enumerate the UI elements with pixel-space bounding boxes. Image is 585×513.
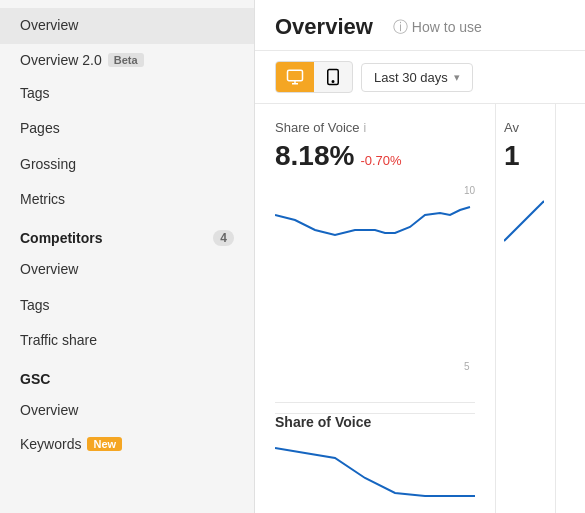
desktop-icon: [286, 68, 304, 86]
sidebar-item-comp-traffic[interactable]: Traffic share: [0, 323, 254, 359]
sparkline-svg: [275, 185, 475, 255]
how-to-use-label: How to use: [412, 19, 482, 35]
new-badge: New: [87, 437, 122, 451]
how-to-use-link[interactable]: ⓘ How to use: [393, 18, 482, 37]
date-range-label: Last 30 days: [374, 70, 448, 85]
gsc-section-header: GSC: [0, 359, 254, 393]
card1-label: Share of Voice: [275, 120, 360, 135]
svg-rect-0: [288, 70, 303, 81]
toolbar: Last 30 days ▾: [255, 51, 585, 104]
axis-bottom-label: 5: [464, 361, 475, 372]
av-card-partial: Av 1: [496, 104, 556, 513]
card2-label-row: Av: [504, 120, 547, 135]
card2-value: 1: [504, 139, 520, 173]
gsc-label: GSC: [20, 371, 50, 387]
sidebar-item-tags[interactable]: Tags: [0, 76, 254, 112]
info-icon[interactable]: i: [364, 121, 367, 135]
sidebar-item-overview2[interactable]: Overview 2.0 Beta: [0, 44, 254, 76]
mobile-button[interactable]: [314, 62, 352, 92]
sidebar-item-overview[interactable]: Overview: [0, 8, 254, 44]
mobile-icon: [324, 68, 342, 86]
card1-value-row: 8.18% -0.70%: [275, 139, 475, 173]
share-of-voice-card: Share of Voice i 8.18% -0.70% 10 5: [255, 104, 496, 513]
sidebar-item-gsc-keywords[interactable]: Keywords New: [0, 428, 254, 460]
main-header: Overview ⓘ How to use: [255, 0, 585, 51]
chart-axis-labels: 10 5: [464, 185, 475, 372]
sidebar-item-metrics[interactable]: Metrics: [0, 182, 254, 218]
axis-top-label: 10: [464, 185, 475, 196]
desktop-button[interactable]: [276, 62, 314, 92]
page-title: Overview: [275, 14, 373, 40]
card2-label: Av: [504, 120, 519, 135]
sidebar: Overview Overview 2.0 Beta Tags Pages Gr…: [0, 0, 255, 513]
card1-delta: -0.70%: [360, 153, 401, 168]
sparkline-chart: 10 5: [275, 185, 475, 392]
competitors-label: Competitors: [20, 230, 102, 246]
lower-sparkline-svg: [275, 438, 475, 498]
dropdown-arrow-icon: ▾: [454, 71, 460, 84]
content-area: Share of Voice i 8.18% -0.70% 10 5: [255, 104, 585, 513]
device-group: [275, 61, 353, 93]
main-content: Overview ⓘ How to use Last 3: [255, 0, 585, 513]
question-icon: ⓘ: [393, 18, 408, 37]
card1-value: 8.18%: [275, 139, 354, 173]
card2-partial-chart: [504, 181, 544, 251]
date-range-button[interactable]: Last 30 days ▾: [361, 63, 473, 92]
sidebar-item-comp-tags[interactable]: Tags: [0, 288, 254, 324]
sidebar-item-pages[interactable]: Pages: [0, 111, 254, 147]
card1-label-row: Share of Voice i: [275, 120, 475, 135]
svg-point-4: [332, 81, 334, 83]
sidebar-item-comp-overview[interactable]: Overview: [0, 252, 254, 288]
sidebar-item-grossing[interactable]: Grossing: [0, 147, 254, 183]
competitors-section-header: Competitors 4: [0, 218, 254, 252]
sidebar-item-gsc-overview[interactable]: Overview: [0, 393, 254, 429]
beta-badge: Beta: [108, 53, 144, 67]
competitors-count-badge: 4: [213, 230, 234, 246]
section-title: Share of Voice: [275, 413, 475, 430]
card2-value-row: 1: [504, 139, 547, 173]
